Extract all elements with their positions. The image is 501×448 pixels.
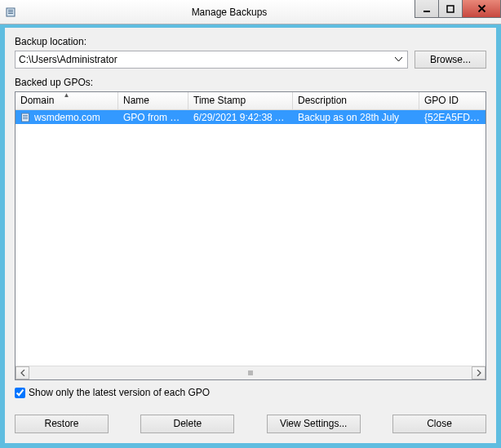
column-header-name[interactable]: Name	[118, 92, 188, 109]
column-header-gpoid[interactable]: GPO ID	[419, 92, 485, 109]
cell-name: GPO from GP...	[118, 112, 188, 123]
app-icon	[5, 6, 18, 19]
gpo-list: Domain ▲ Name Time Stamp Description GPO…	[15, 91, 486, 380]
svg-rect-9	[23, 115, 28, 116]
backup-location-dropdown[interactable]: C:\Users\Administrator	[15, 51, 408, 69]
dialog-content: Backup location: C:\Users\Administrator …	[5, 28, 496, 443]
backup-location-label: Backup location:	[15, 36, 486, 47]
column-header-description[interactable]: Description	[293, 92, 419, 109]
list-header: Domain ▲ Name Time Stamp Description GPO…	[16, 92, 485, 110]
close-window-button[interactable]	[462, 0, 501, 18]
backed-up-gpos-label: Backed up GPOs:	[15, 77, 486, 88]
window-controls	[415, 0, 501, 18]
svg-rect-10	[23, 117, 28, 118]
horizontal-scrollbar[interactable]	[16, 366, 485, 379]
latest-version-label[interactable]: Show only the latest version of each GPO	[29, 387, 210, 398]
view-settings-button[interactable]: View Settings...	[267, 415, 361, 433]
maximize-button[interactable]	[438, 0, 463, 18]
svg-rect-2	[8, 11, 13, 12]
column-header-domain[interactable]: Domain ▲	[16, 92, 118, 109]
list-body: wsmdemo.com GPO from GP... 6/29/2021 9:4…	[16, 110, 485, 366]
titlebar: Manage Backups	[0, 0, 501, 24]
svg-rect-1	[8, 10, 13, 11]
button-row: Restore Delete View Settings... Close	[15, 415, 486, 433]
scroll-left-icon[interactable]	[16, 366, 29, 379]
latest-version-checkbox-row: Show only the latest version of each GPO	[15, 387, 486, 398]
manage-backups-window: Manage Backups Backup location: C:\Users…	[0, 0, 501, 448]
chevron-down-icon	[391, 52, 406, 67]
scroll-right-icon[interactable]	[472, 366, 485, 379]
column-header-timestamp[interactable]: Time Stamp	[188, 92, 293, 109]
delete-button[interactable]: Delete	[140, 415, 234, 433]
svg-rect-4	[423, 11, 430, 12]
svg-rect-11	[23, 118, 28, 119]
gpo-icon	[20, 112, 32, 123]
restore-button[interactable]: Restore	[15, 415, 109, 433]
minimize-button[interactable]	[415, 0, 439, 18]
sort-ascending-icon: ▲	[64, 92, 70, 99]
backup-location-value: C:\Users\Administrator	[19, 54, 117, 65]
location-row: C:\Users\Administrator Browse...	[15, 51, 486, 69]
browse-button[interactable]: Browse...	[415, 51, 486, 69]
svg-rect-5	[447, 6, 454, 12]
list-row[interactable]: wsmdemo.com GPO from GP... 6/29/2021 9:4…	[16, 110, 485, 124]
close-button[interactable]: Close	[392, 415, 486, 433]
scroll-track[interactable]	[29, 366, 472, 379]
cell-gpoid: {52EA5FDA-95...	[419, 112, 485, 123]
latest-version-checkbox[interactable]	[15, 388, 25, 398]
cell-domain: wsmdemo.com	[34, 112, 100, 123]
cell-timestamp: 6/29/2021 9:42:38 AM	[188, 112, 293, 123]
svg-rect-3	[8, 13, 13, 14]
cell-description: Backup as on 28th July	[293, 112, 419, 123]
